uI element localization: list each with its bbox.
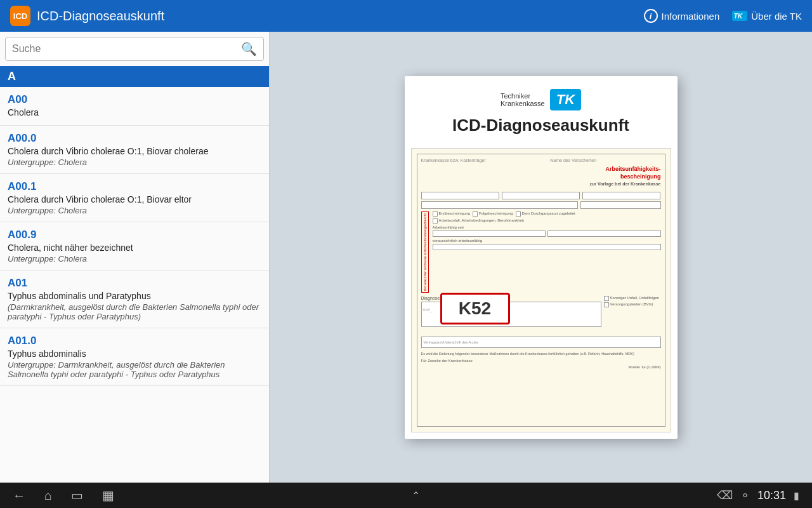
apps-button[interactable]: ▭ [71,488,83,503]
tk-icon: TK [732,10,747,22]
item-code: A00.0 [8,132,261,145]
form-inner: Krankenkasse bzw. Kostenträger Name des … [417,154,665,427]
android-icon: ⚬ [740,488,750,502]
form-stamp-line: Vertragsarzt/Unterschrift des Arztes [421,337,661,348]
form-title-block: Arbeitsunfähigkeits- bescheinigung zur V… [590,165,661,187]
bottom-bar: ← ⌂ ▭ ▦ ⌃ ⌫ ⚬ 10:31 ▮ [0,483,812,508]
top-actions: i Informationen TK Über die TK [644,9,802,23]
about-label: Über die TK [751,11,802,22]
sidebar: 🔍 A A00 Cholera A00.0 Cholera durch Vibr… [0,32,270,483]
form-field [421,192,499,199]
list-item[interactable]: A00 Cholera [0,87,269,126]
tk-logo: Techniker Krankenkasse TK [501,89,581,110]
checkbox-versorgung: Versorgungsleiden (BVG) [604,302,661,307]
list-item[interactable]: A00.1 Cholera durch Vibrio cholerae O:1,… [0,174,269,222]
search-button[interactable]: 🔍 [241,41,257,57]
checkbox-durchgangsarzt: Dem Durchgangsarzt zugeleitet [516,211,575,217]
form-header-row: Krankenkasse bzw. Kostenträger Name des … [421,158,661,163]
item-subtitle: Untergruppe: Cholera [8,157,261,167]
content-area: Techniker Krankenkasse TK ICD-Diagnoseau… [270,32,812,483]
item-title: Typhus abdominalis und Paratyphus [8,291,261,301]
diagnose-prefix: ose_ [422,306,434,313]
item-code: A01.0 [8,335,261,347]
item-code: A00 [8,93,261,106]
tk-logo-text: Techniker Krankenkasse [501,92,545,107]
search-box: 🔍 [5,37,264,61]
section-header-a: A [0,66,269,87]
form-field [580,201,661,209]
item-subtitle: Untergruppe: Darmkrankheit, ausgelöst du… [8,360,261,379]
list-item[interactable]: A01 Typhus abdominalis und Paratyphus (D… [0,271,269,328]
form-fields-row [421,201,661,209]
form-field [582,192,660,199]
clock: 10:31 [757,489,786,502]
checkbox-folgebescheinigung: Folgebescheinigung [473,211,513,217]
checkbox-sonstiger: Sonstiger Unfall, Unfallfolgen [604,296,661,301]
form-fields-row [421,192,661,199]
app-icon: ICD [10,6,30,26]
arbeitsunfaehig-label: Arbeitsunfähig seit [433,225,661,229]
form-right-checkboxes: Sonstiger Unfall, Unfallfolgen Versorgun… [604,296,661,307]
up-chevron[interactable]: ⌃ [412,490,420,502]
doc-title: ICD-Diagnoseauskunft [452,116,629,135]
item-title: Typhus abdominalis [8,349,261,359]
info-button[interactable]: i Informationen [644,9,720,23]
battery-icon: ▮ [794,490,799,502]
doc-header: Techniker Krankenkasse TK ICD-Diagnoseau… [405,76,678,148]
item-subtitle: (Darmkrankheit, ausgelöst durch die Bakt… [8,302,261,321]
item-subtitle: Untergruppe: Cholera [8,206,261,215]
form-checkboxes-row2: Arbeitsunfall, Arbeitsbedingungen, Beruf… [433,218,661,224]
list-item[interactable]: A00.0 Cholera durch Vibrio cholerae O:1,… [0,126,269,174]
item-code: A00.1 [8,180,261,193]
document-container: Techniker Krankenkasse TK ICD-Diagnoseau… [405,76,678,439]
form-field [502,192,580,199]
svg-text:TK: TK [734,13,743,20]
usb-icon: ⌫ [717,488,733,502]
form-muster: Muster 1a (1.1999) [421,365,661,369]
checkbox-erstbescheinigung: Erstbescheinigung [433,211,470,217]
about-button[interactable]: TK Über die TK [732,10,802,22]
status-icons: ⌫ ⚬ 10:31 ▮ [717,488,799,502]
info-icon: i [644,9,658,23]
checkbox-arbeitsunfall: Arbeitsunfall, Arbeitsbedingungen, Beruf… [433,218,524,224]
diagnosis-highlight-box: K52 [440,293,510,324]
form-input [433,244,661,250]
form-input-row [433,231,661,237]
info-label: Informationen [662,11,720,22]
form-field [421,201,578,209]
home-button[interactable]: ⌂ [44,488,52,503]
list-container[interactable]: A00 Cholera A00.0 Cholera durch Vibrio c… [0,87,269,483]
item-code: A01 [8,277,261,290]
form-footer-text: Es wird die Einleitung folgender besonde… [421,352,661,357]
top-bar: ICD ICD-Diagnoseauskunft i Informationen… [0,0,812,32]
list-item[interactable]: A01.0 Typhus abdominalis Untergruppe: Da… [0,328,269,386]
form-checkboxes: Erstbescheinigung Folgebescheinigung Dem… [433,211,661,217]
app-title: ICD-Diagnoseauskunft [37,9,644,23]
item-code: A00.9 [8,229,261,241]
main-layout: 🔍 A A00 Cholera A00.0 Cholera durch Vibr… [0,32,812,483]
split-button[interactable]: ▦ [102,488,114,503]
form-input [433,231,546,237]
nav-icons: ← ⌂ ▭ ▦ [13,488,114,503]
list-item[interactable]: A00.9 Cholera, nicht näher bezeichnet Un… [0,222,269,271]
tk-badge: TK [550,89,581,110]
form-side-text: Bei verkürzter Vordrucke ärztlichen/Kran… [421,211,429,293]
item-title: Cholera, nicht näher bezeichnet [8,243,261,253]
item-title: Cholera durch Vibrio cholerae O:1, Biova… [8,146,261,156]
form-zweck: Für Zwecke der Krankenkasse [421,359,661,363]
item-title: Cholera durch Vibrio cholerae O:1, Biova… [8,194,261,204]
item-subtitle: Untergruppe: Cholera [8,254,261,264]
form-input [547,231,661,237]
voraussichtlich-label: voraussichtlich arbeitsunfähig [433,239,661,243]
form-input-row2 [433,244,661,250]
item-title: Cholera [8,107,261,117]
form-document: Krankenkasse bzw. Kostenträger Name des … [411,148,671,432]
back-button[interactable]: ← [13,488,25,503]
search-input[interactable] [12,43,241,55]
